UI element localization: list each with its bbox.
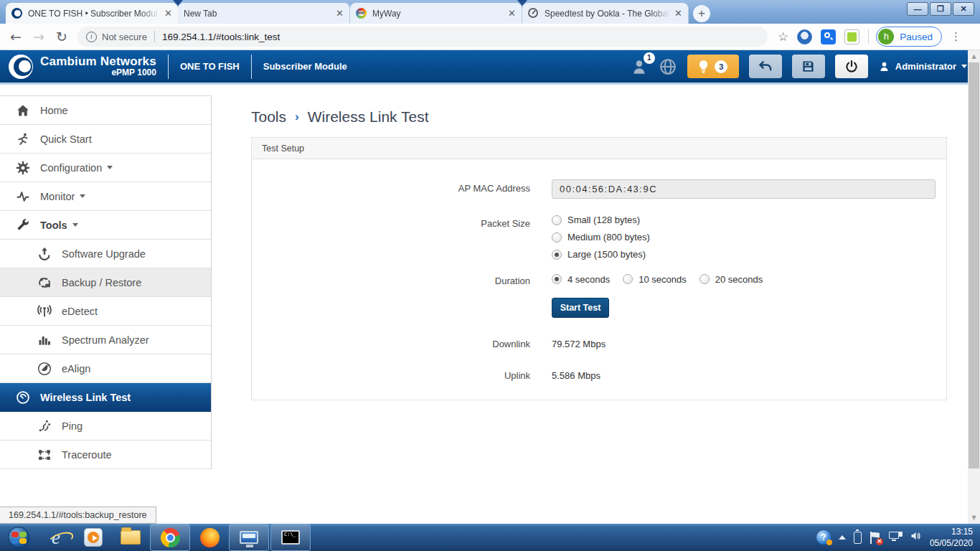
cambium-favicon [11, 8, 23, 19]
help-icon[interactable]: ? [816, 530, 831, 545]
alerts-button[interactable]: 3 [687, 55, 739, 78]
radio-20-seconds[interactable] [699, 274, 710, 284]
sidebar-item-edetect[interactable]: eDetect [0, 297, 211, 326]
scroll-down-icon[interactable]: ▼ [968, 512, 980, 524]
taskbar-clock[interactable]: 13:15 05/05/2020 [930, 526, 973, 549]
duration-label: Duration [252, 272, 530, 286]
security-label: Not secure [102, 32, 147, 42]
radio-option[interactable]: Small (128 bytes) [552, 215, 650, 225]
new-tab-button[interactable]: + [693, 5, 710, 22]
taskbar-internet-explorer[interactable]: e [37, 524, 75, 551]
tab-close-icon[interactable]: ✕ [508, 8, 516, 19]
radio-small[interactable] [552, 215, 562, 225]
save-button[interactable] [792, 55, 825, 78]
radio-label: 10 seconds [639, 274, 687, 285]
windows-taskbar: e C:\_ ? ✕ 13:15 05/05/2020 [0, 524, 980, 551]
bookmark-star-icon[interactable]: ☆ [778, 29, 788, 44]
scroll-up-icon[interactable]: ▲ [968, 50, 980, 62]
uplink-label: Uplink [252, 367, 530, 381]
extension-icon-1[interactable] [797, 29, 812, 44]
sidebar-item-software-upgrade[interactable]: Software Upgrade [0, 240, 211, 268]
globe-icon[interactable] [659, 57, 677, 76]
time: 13:15 [930, 526, 973, 537]
info-icon[interactable]: i [86, 32, 97, 42]
device-name: ONE TO FISH [180, 61, 240, 72]
power-button[interactable] [835, 55, 868, 78]
radio-large[interactable] [552, 250, 562, 260]
volume-icon[interactable] [910, 530, 922, 545]
ap-mac-input[interactable] [552, 179, 936, 199]
undo-button[interactable] [749, 55, 782, 78]
sidebar-item-ealign[interactable]: eAlign [0, 354, 211, 383]
radio-option[interactable]: Medium (800 bytes) [552, 232, 650, 242]
taskbar-remote-desktop[interactable] [229, 524, 269, 551]
taskbar-media-player[interactable] [75, 524, 112, 551]
sidebar-item-label: Configuration [40, 162, 102, 174]
taskbar-firefox[interactable] [191, 524, 228, 551]
sidebar-item-label: eDetect [62, 306, 98, 317]
radio-label: 20 seconds [715, 274, 763, 285]
taskbar-file-explorer[interactable] [112, 524, 149, 551]
start-test-button[interactable]: Start Test [552, 298, 609, 318]
panel-title: Test Setup [252, 138, 946, 159]
tab-speedtest[interactable]: Speedtest by Ookla - The Global ✕ [522, 3, 689, 24]
taskbar-chrome-active[interactable] [150, 524, 190, 551]
sidebar-item-backup-restore[interactable]: Backup / Restore [0, 268, 211, 297]
sidebar-item-quick-start[interactable]: Quick Start [0, 125, 211, 154]
radio-10-seconds[interactable] [623, 274, 633, 284]
radio-option[interactable]: 10 seconds [623, 274, 687, 285]
extension-search-icon[interactable] [821, 29, 836, 44]
radio-option[interactable]: 4 seconds [552, 274, 610, 285]
user-sessions-icon[interactable]: 1 [630, 57, 649, 76]
wrench-icon [16, 218, 30, 232]
bulb-icon [698, 60, 709, 74]
sidebar-item-monitor[interactable]: Monitor [0, 182, 211, 211]
refresh-icon[interactable]: ↻ [50, 29, 73, 44]
radio-medium[interactable] [552, 232, 562, 242]
tab-myway[interactable]: MW MyWay ✕ [350, 3, 522, 24]
address-bar[interactable]: i Not secure 169.254.1.1/#tools:link_tes… [77, 27, 768, 47]
account-menu[interactable]: Administrator [878, 60, 967, 72]
extension-notes-icon[interactable] [844, 29, 859, 44]
firefox-icon [200, 528, 220, 547]
tab-title: New Tab [184, 9, 331, 19]
taskbar-command-prompt[interactable]: C:\_ [270, 524, 311, 551]
battery-icon[interactable] [854, 532, 862, 544]
tab-close-icon[interactable]: ✕ [164, 8, 172, 19]
scrollbar-thumb[interactable] [969, 62, 979, 468]
radio-4-seconds[interactable] [552, 274, 562, 284]
radio-option[interactable]: 20 seconds [699, 274, 763, 285]
sidebar-item-traceroute[interactable]: Traceroute [0, 441, 211, 469]
wireless-link-test-icon [16, 390, 30, 405]
sidebar-item-label: Software Upgrade [62, 248, 146, 260]
tab-close-icon[interactable]: ✕ [336, 8, 344, 19]
close-button[interactable]: ✕ [953, 2, 974, 16]
tab-close-icon[interactable]: ✕ [674, 8, 682, 19]
sidebar-item-tools[interactable]: Tools [0, 211, 211, 240]
sidebar-item-home[interactable]: Home [0, 96, 211, 125]
network-icon[interactable] [889, 532, 902, 543]
sidebar-item-wireless-link-test[interactable]: Wireless Link Test [0, 383, 211, 412]
sidebar-item-spectrum-analyzer[interactable]: Spectrum Analyzer [0, 326, 211, 354]
url-text[interactable]: 169.254.1.1/#tools:link_test [162, 32, 280, 42]
tab-new-tab[interactable]: New Tab ✕ [178, 3, 350, 24]
ie-icon: e [52, 527, 60, 549]
restore-button[interactable]: ❐ [930, 2, 951, 16]
ap-mac-label: AP MAC Address [252, 179, 530, 199]
show-hidden-icons[interactable] [839, 535, 846, 540]
tab-subscriber-module[interactable]: ONE TO FISH • Subscriber Modul ✕ [6, 3, 178, 24]
back-icon[interactable]: ← [4, 29, 27, 44]
sidebar-item-configuration[interactable]: Configuration [0, 154, 211, 182]
profile-chip[interactable]: h Paused [876, 27, 942, 47]
sidebar-item-ping[interactable]: Ping [0, 412, 211, 441]
radio-option[interactable]: Large (1500 bytes) [552, 249, 650, 260]
minimize-button[interactable]: — [907, 2, 928, 16]
action-center-flag-icon[interactable]: ✕ [870, 532, 881, 544]
start-button[interactable] [0, 524, 37, 551]
downlink-label: Downlink [252, 335, 530, 349]
page-scrollbar[interactable]: ▲ ▼ [968, 50, 980, 524]
browser-menu-icon[interactable]: ⋮ [951, 30, 961, 43]
browser-toolbar: ← → ↻ i Not secure 169.254.1.1/#tools:li… [0, 24, 980, 50]
breadcrumb-parent[interactable]: Tools [251, 108, 286, 126]
sidebar-item-label: Quick Start [40, 133, 92, 145]
